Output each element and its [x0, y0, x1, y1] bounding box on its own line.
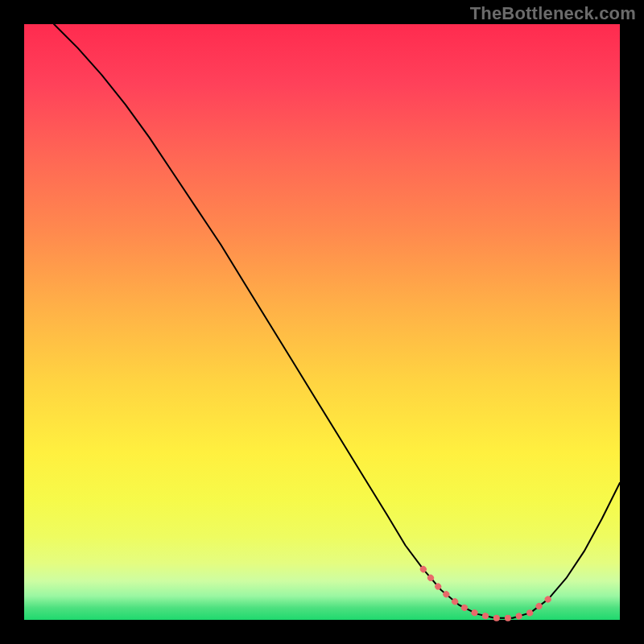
watermark-text: TheBottleneck.com — [470, 3, 636, 24]
plot-background — [24, 24, 620, 620]
chart-container: TheBottleneck.com — [0, 0, 644, 644]
chart-canvas — [0, 0, 644, 644]
